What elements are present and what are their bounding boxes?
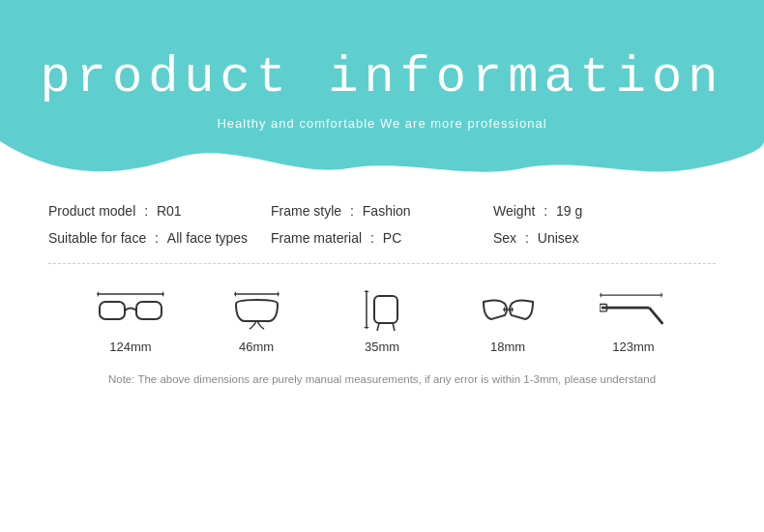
header-section: product information Healthy and comforta… [0,0,764,179]
content-section: Product model : R01 Frame style : Fashio… [0,179,764,399]
spec-value-sex: Unisex [538,230,579,246]
spec-label-product-model: Product model [48,203,135,219]
spec-weight: Weight : 19 g [493,203,716,219]
dimensions-row: 124mm 46mm [48,288,716,354]
svg-marker-1 [97,291,99,297]
lens-width-icon [97,288,164,332]
svg-line-12 [377,323,379,331]
svg-rect-3 [100,302,125,319]
temple-length-icon [600,288,667,332]
header-subtitle: Healthy and comfortable We are more prof… [217,116,546,131]
single-lens-icon [222,288,290,332]
spec-product-model: Product model : R01 [48,203,271,219]
spec-frame-style: Frame style : Fashion [271,203,493,219]
svg-marker-9 [364,290,369,292]
svg-marker-16 [512,307,514,312]
spec-sex: Sex : Unisex [493,230,716,246]
svg-rect-11 [374,296,397,323]
dimension-lens-height: 35mm [348,288,416,354]
svg-marker-10 [364,327,369,329]
spec-value-frame-material: PC [383,230,401,246]
page-title: product information [41,49,724,106]
spec-label-frame-material: Frame material [271,230,362,246]
svg-rect-4 [136,302,162,319]
svg-marker-15 [503,307,505,312]
dimension-temple-length: 123mm [600,288,667,354]
svg-line-13 [393,323,395,331]
dimension-bridge-width: 18mm [474,288,542,354]
lens-height-icon [348,288,416,332]
spec-label-frame-style: Frame style [271,203,341,219]
spec-face-type: Suitable for face : All face types [48,230,271,246]
svg-marker-7 [278,291,279,297]
svg-marker-2 [162,291,164,297]
spec-frame-material: Frame material : PC [271,230,493,246]
svg-marker-6 [234,291,236,297]
dimension-value-total-width: 124mm [109,340,151,354]
dimension-lens-width: 46mm [222,288,290,354]
svg-marker-19 [661,292,662,298]
svg-line-21 [649,308,662,324]
dimension-value-lens-width: 46mm [239,340,274,354]
spec-label-face-type: Suitable for face [48,230,146,246]
section-divider [48,263,716,264]
dimension-value-temple-length: 123mm [612,340,654,354]
svg-marker-18 [600,292,602,298]
dimension-value-bridge-width: 18mm [490,340,525,354]
spec-label-sex: Sex [493,230,516,246]
spec-value-frame-style: Fashion [363,203,411,219]
dimension-value-lens-height: 35mm [365,340,399,354]
measurement-note: Note: The above dimensions are purely ma… [48,373,716,385]
specs-grid: Product model : R01 Frame style : Fashio… [48,203,716,246]
spec-value-face-type: All face types [167,230,248,246]
wave-decoration [0,141,764,179]
bridge-width-icon [474,288,542,332]
dimension-total-width: 124mm [97,288,164,354]
spec-label-weight: Weight [493,203,535,219]
spec-value-weight: 19 g [556,203,582,219]
spec-value-product-model: R01 [157,203,182,219]
